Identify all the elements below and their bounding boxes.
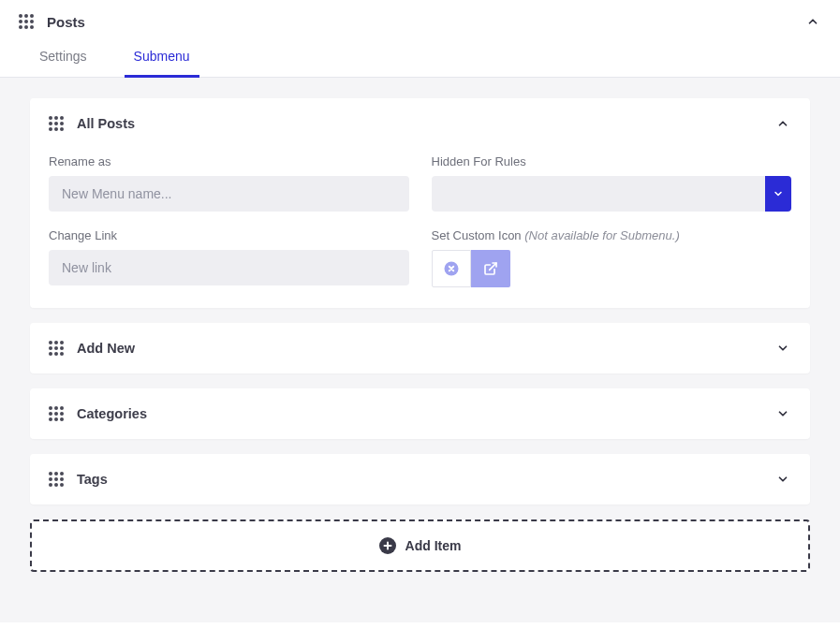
card-categories: Categories: [30, 388, 810, 439]
rename-field-group: Rename as: [49, 154, 409, 212]
chevron-up-icon: [806, 15, 819, 28]
open-icon-picker-button[interactable]: [471, 250, 510, 287]
hidden-rules-dropdown-button[interactable]: [765, 176, 791, 212]
clear-icon-button[interactable]: [432, 250, 471, 287]
change-link-field-group: Change Link: [49, 228, 409, 287]
collapse-main-button[interactable]: [804, 13, 821, 30]
tabs: Settings Submenu: [0, 39, 840, 78]
hidden-rules-select-body[interactable]: [432, 176, 766, 212]
card-tags: Tags: [30, 454, 810, 505]
card-header-all-posts[interactable]: All Posts: [30, 98, 810, 149]
card-header-left: Tags: [49, 472, 108, 487]
plus-circle-icon: [379, 537, 396, 554]
card-add-new: Add New: [30, 323, 810, 373]
drag-handle-icon[interactable]: [49, 472, 64, 487]
main-header: Posts: [0, 0, 840, 39]
chevron-up-icon: [776, 117, 789, 130]
collapse-card-button[interactable]: [774, 115, 791, 132]
rename-input[interactable]: [49, 176, 409, 212]
drag-handle-icon[interactable]: [49, 341, 64, 356]
custom-icon-button-group: [432, 250, 792, 287]
expand-card-button[interactable]: [774, 471, 791, 488]
card-title: Categories: [77, 406, 147, 421]
form-row-2: Change Link Set Custom Icon (Not availab…: [49, 228, 791, 287]
hidden-rules-field-group: Hidden For Rules: [432, 154, 792, 212]
page-title: Posts: [47, 14, 85, 30]
custom-icon-label-text: Set Custom Icon: [432, 228, 522, 242]
change-link-input[interactable]: [49, 250, 409, 285]
custom-icon-label: Set Custom Icon (Not available for Subme…: [432, 228, 792, 242]
chevron-down-icon: [776, 407, 789, 420]
card-title: Add New: [77, 341, 135, 356]
custom-icon-note: (Not available for Submenu.): [524, 228, 679, 242]
card-body-all-posts: Rename as Hidden For Rules Change Link: [30, 154, 810, 308]
drag-handle-icon[interactable]: [49, 406, 64, 421]
change-link-label: Change Link: [49, 228, 409, 242]
card-all-posts: All Posts Rename as Hidden For Rules: [30, 98, 810, 308]
card-header-add-new[interactable]: Add New: [30, 323, 810, 373]
drag-handle-icon[interactable]: [49, 116, 64, 131]
drag-handle-icon[interactable]: [19, 14, 34, 29]
chevron-down-icon: [773, 188, 784, 199]
hidden-rules-select[interactable]: [432, 176, 792, 212]
card-title: Tags: [77, 472, 108, 487]
form-row-1: Rename as Hidden For Rules: [49, 154, 791, 212]
add-item-label: Add Item: [405, 538, 462, 553]
main-header-left: Posts: [19, 14, 85, 30]
rename-label: Rename as: [49, 154, 409, 168]
chevron-down-icon: [776, 342, 789, 355]
add-item-button[interactable]: Add Item: [30, 519, 810, 572]
expand-card-button[interactable]: [774, 405, 791, 422]
custom-icon-field-group: Set Custom Icon (Not available for Subme…: [432, 228, 792, 287]
hidden-rules-label: Hidden For Rules: [432, 154, 792, 168]
svg-line-1: [489, 263, 495, 270]
card-header-left: Categories: [49, 406, 147, 421]
card-header-categories[interactable]: Categories: [30, 388, 810, 439]
tab-submenu[interactable]: Submenu: [125, 39, 199, 78]
chevron-down-icon: [776, 473, 789, 486]
external-link-icon: [483, 261, 498, 276]
card-header-tags[interactable]: Tags: [30, 454, 810, 505]
card-title: All Posts: [77, 116, 135, 131]
card-header-left: Add New: [49, 341, 135, 356]
card-header-left: All Posts: [49, 116, 135, 131]
expand-card-button[interactable]: [774, 340, 791, 357]
clear-circle-icon: [443, 260, 460, 277]
content-area: All Posts Rename as Hidden For Rules: [0, 78, 840, 622]
tab-settings[interactable]: Settings: [30, 39, 96, 78]
